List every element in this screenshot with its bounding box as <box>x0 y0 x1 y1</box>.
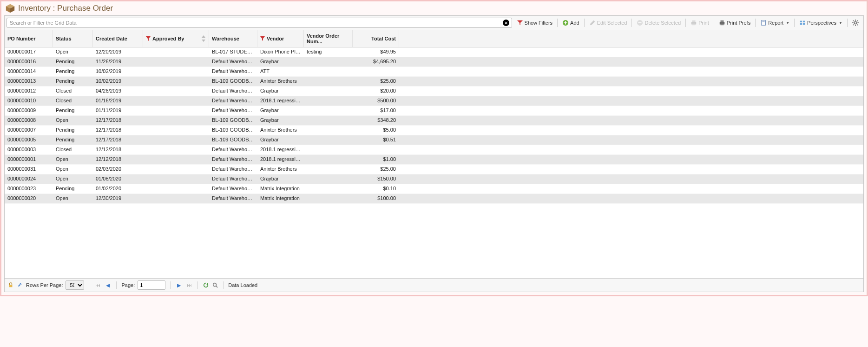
col-label: Status <box>56 36 72 41</box>
next-page-icon[interactable]: ▶ <box>175 282 183 288</box>
cell: 04/26/2019 <box>93 87 143 96</box>
cell <box>304 165 353 174</box>
col-approved-by[interactable]: Approved By <box>143 30 209 47</box>
svg-rect-9 <box>692 24 696 26</box>
cell: 12/17/2018 <box>93 135 143 145</box>
svg-rect-6 <box>638 22 642 23</box>
table-row[interactable]: 0000000005Pending12/17/2018BL-109 GOODBO… <box>5 135 863 145</box>
cell: 2018.1 regression t... <box>257 96 304 106</box>
search-input[interactable] <box>7 18 512 28</box>
separator <box>584 19 585 27</box>
col-total-cost[interactable]: Total Cost <box>353 30 399 47</box>
col-vendor[interactable]: Vendor <box>257 30 304 47</box>
cell: $4,695.20 <box>353 57 399 67</box>
add-label: Add <box>570 20 579 26</box>
magnifier-icon[interactable] <box>212 282 218 288</box>
rows-per-page-select[interactable]: 50 <box>66 280 84 290</box>
cell: $0.51 <box>353 135 399 145</box>
table-row[interactable]: 0000000014Pending10/02/2019Default Wareh… <box>5 67 863 77</box>
add-button[interactable]: Add <box>559 18 582 28</box>
footer-status: Data Loaded <box>228 282 257 288</box>
grid-header: PO Number Status Created Date Approved B… <box>5 30 863 47</box>
show-filters-button[interactable]: Show Filters <box>514 18 556 28</box>
table-row[interactable]: 0000000016Pending11/26/2019Default Wareh… <box>5 57 863 67</box>
cell <box>143 174 209 184</box>
cell: Default Warehouse <box>209 57 257 67</box>
cell: 2018.1 regression t... <box>257 155 304 164</box>
svg-marker-30 <box>202 35 205 38</box>
table-row[interactable]: 0000000020Open12/30/2019Default Warehous… <box>5 194 863 204</box>
settings-gear-button[interactable] <box>849 18 861 28</box>
print-prefs-button[interactable]: Print Prefs <box>716 18 753 28</box>
table-row[interactable]: 0000000008Open12/17/2018BL-109 GOODBOD..… <box>5 116 863 126</box>
cell: 11/26/2019 <box>93 57 143 67</box>
cell <box>304 67 353 76</box>
cell: 02/03/2020 <box>93 165 143 174</box>
cell <box>399 87 863 96</box>
wrench-icon[interactable] <box>17 282 23 288</box>
cell <box>399 116 863 125</box>
table-row[interactable]: 0000000017Open12/20/2019BL-017 STUDENT B… <box>5 47 863 57</box>
table-row[interactable]: 0000000001Open12/12/2018Default Warehous… <box>5 155 863 165</box>
svg-rect-10 <box>720 20 723 22</box>
cell <box>143 67 209 76</box>
cell: 0000000012 <box>5 87 53 96</box>
cell: BL-109 GOODBOD... <box>209 77 257 86</box>
cell <box>304 106 353 115</box>
cell: 0000000007 <box>5 126 53 135</box>
cell: $25.00 <box>353 77 399 86</box>
cell <box>353 145 399 154</box>
cell <box>399 67 863 76</box>
cell: Pending <box>53 184 93 194</box>
col-created-date[interactable]: Created Date <box>93 30 143 47</box>
table-row[interactable]: 0000000007Pending12/17/2018BL-109 GOODBO… <box>5 126 863 135</box>
print-label: Print <box>698 20 709 26</box>
chevron-down-icon: ▼ <box>786 21 789 25</box>
col-warehouse[interactable]: Warehouse <box>209 30 257 47</box>
cell: Open <box>53 165 93 174</box>
cell <box>143 194 209 203</box>
cell: 01/02/2020 <box>93 184 143 194</box>
table-row[interactable]: 0000000003Closed12/12/2018Default Wareho… <box>5 145 863 155</box>
table-row[interactable]: 0000000009Pending01/11/2019Default Wareh… <box>5 106 863 116</box>
table-row[interactable]: 0000000031Open02/03/2020Default Warehous… <box>5 165 863 174</box>
cell: Closed <box>53 87 93 96</box>
cell <box>399 96 863 106</box>
table-row[interactable]: 0000000023Pending01/02/2020Default Wareh… <box>5 184 863 194</box>
cell: BL-109 GOODBOD... <box>209 135 257 145</box>
printer-icon <box>690 20 697 26</box>
cell: 0000000023 <box>5 184 53 194</box>
cell <box>304 116 353 125</box>
table-row[interactable]: 0000000012Closed04/26/2019Default Wareho… <box>5 87 863 96</box>
col-rest <box>399 30 863 47</box>
svg-rect-16 <box>800 21 802 23</box>
page-input[interactable] <box>138 280 165 290</box>
table-row[interactable]: 0000000010Closed01/16/2019Default Wareho… <box>5 96 863 106</box>
col-vendor-order-num[interactable]: Vendor Order Num... <box>304 30 353 47</box>
svg-marker-31 <box>202 40 205 42</box>
report-button[interactable]: Report ▼ <box>757 18 792 28</box>
grid-footer: Rows Per Page: 50 ⏮ ◀ Page: ▶ ⏭ Data Loa… <box>5 278 863 292</box>
col-label: Vendor <box>267 36 284 41</box>
prev-page-icon[interactable]: ◀ <box>104 282 112 288</box>
cell <box>143 87 209 96</box>
cell: 0000000020 <box>5 194 53 203</box>
cell <box>304 135 353 145</box>
table-row[interactable]: 0000000024Open01/08/2020Default Warehous… <box>5 174 863 184</box>
cell <box>399 194 863 203</box>
refresh-icon[interactable] <box>203 282 209 288</box>
col-po-number[interactable]: PO Number <box>5 30 53 47</box>
clear-search-icon[interactable]: ✕ <box>503 20 509 26</box>
perspectives-button[interactable]: Perspectives ▼ <box>796 18 845 28</box>
cell: 10/02/2019 <box>93 67 143 76</box>
table-row[interactable]: 0000000013Pending10/02/2019BL-109 GOODBO… <box>5 77 863 87</box>
cell: $20.00 <box>353 87 399 96</box>
col-status[interactable]: Status <box>53 30 93 47</box>
cell: Graybar <box>257 116 304 125</box>
perspectives-icon <box>799 20 806 26</box>
cell <box>399 106 863 115</box>
svg-line-36 <box>216 286 217 287</box>
cell: $150.00 <box>353 174 399 184</box>
cell: 01/08/2020 <box>93 174 143 184</box>
lock-icon[interactable] <box>7 282 14 288</box>
